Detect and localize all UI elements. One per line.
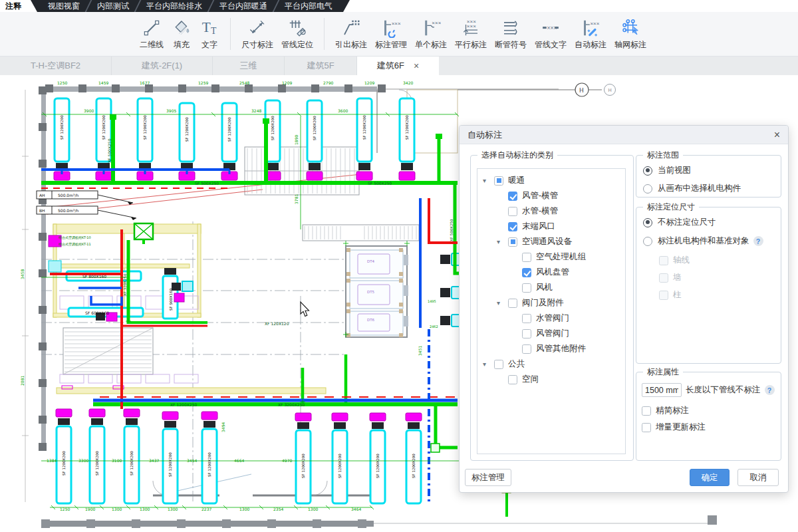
pipe-text-button[interactable]: ×××管线文字: [535, 18, 567, 51]
checkbox[interactable]: [659, 291, 668, 300]
check-simplified[interactable]: 精简标注: [642, 405, 781, 416]
svg-text:AH: AH: [39, 193, 45, 198]
chevron-down-icon[interactable]: ▾: [497, 238, 508, 245]
radio-icon[interactable]: [643, 218, 652, 227]
doc-tab-5[interactable]: 建筑6F×: [357, 57, 439, 75]
tree-item-10[interactable]: 风管阀门: [477, 326, 625, 341]
svg-text:SF 1200X200: SF 1200X200: [405, 115, 409, 140]
radio-no-locate-dim[interactable]: 不标注定位尺寸: [643, 217, 781, 228]
parallel-annotation-button[interactable]: ××××××平行标注: [455, 18, 487, 51]
checkbox[interactable]: [494, 176, 503, 186]
length-threshold-input[interactable]: [642, 383, 682, 397]
svg-text:BH: BH: [39, 208, 45, 213]
check-incremental[interactable]: 增量更新标注: [642, 422, 781, 433]
tree-item-6[interactable]: 风机盘管: [477, 265, 625, 280]
checkbox[interactable]: [642, 406, 651, 416]
checkbox[interactable]: [659, 273, 668, 283]
check-column[interactable]: 柱: [659, 289, 781, 301]
grid-annotation-button[interactable]: 轴网标注: [614, 18, 646, 51]
doc-tab-1[interactable]: T-H-空调BF2: [0, 57, 112, 75]
toolbar-separator: [324, 18, 325, 50]
tree-item-12[interactable]: ▾公共: [477, 356, 625, 372]
help-icon[interactable]: ?: [765, 385, 775, 395]
checkbox[interactable]: [508, 222, 517, 231]
text-button[interactable]: TT文字: [200, 18, 219, 51]
tree-item-9[interactable]: 水管阀门: [477, 311, 625, 326]
checkbox[interactable]: [642, 423, 651, 432]
close-icon[interactable]: ×: [414, 61, 419, 71]
tree-item-2[interactable]: 水管-横管: [477, 203, 625, 219]
radio-icon[interactable]: [643, 184, 652, 194]
checkbox[interactable]: [508, 375, 517, 384]
checkbox[interactable]: [522, 344, 531, 354]
checkbox[interactable]: [522, 314, 531, 323]
checkbox[interactable]: [659, 256, 668, 265]
single-annotation-button[interactable]: ×××单个标注: [415, 18, 447, 51]
pipe-locate-button[interactable]: 管线定位: [281, 18, 313, 51]
ribbon-tab-active[interactable]: 注释: [5, 0, 21, 12]
tree-item-11[interactable]: 风管其他附件: [477, 341, 625, 356]
annotation-manage-button[interactable]: 标注管理: [465, 469, 511, 486]
auto-annotation-button[interactable]: ×××自动标注: [575, 18, 606, 51]
svg-text:1259: 1259: [198, 80, 208, 85]
ribbon-tab-3[interactable]: 平台内部给排水: [138, 0, 210, 12]
checkbox[interactable]: [522, 268, 531, 277]
radio-select-from-canvas[interactable]: 从画布中选择机电构件: [643, 183, 781, 194]
ribbon-tab-2[interactable]: 内部测试: [89, 0, 137, 12]
line-button[interactable]: 二维线: [140, 18, 164, 51]
annotation-manage-button[interactable]: ×××标注管理: [375, 18, 407, 51]
check-axis[interactable]: 轴线: [659, 255, 781, 266]
checkbox[interactable]: [508, 237, 517, 247]
dialog-header[interactable]: 自动标注 ×: [460, 126, 788, 144]
ribbon-tab-bar: 注释 视图视窗内部测试平台内部给排水平台内部暖通平台内部电气: [0, 0, 798, 12]
ok-button[interactable]: 确定: [690, 469, 730, 486]
checkbox[interactable]: [522, 329, 531, 338]
svg-text:组合式空调机组KT-11: 组合式空调机组KT-11: [59, 242, 91, 247]
category-legend: 选择自动标注的类别: [477, 150, 557, 161]
doc-tab-4[interactable]: 建筑5F: [285, 57, 357, 75]
radio-icon[interactable]: [643, 237, 652, 246]
dimension-button[interactable]: 尺寸标注: [241, 18, 273, 51]
svg-text:1495: 1495: [428, 299, 436, 303]
tree-item-8[interactable]: ▾阀门及附件: [477, 295, 625, 311]
chevron-down-icon[interactable]: ▾: [483, 177, 494, 184]
check-wall[interactable]: 墙: [659, 272, 781, 283]
close-icon[interactable]: ×: [774, 130, 780, 140]
tree-item-1[interactable]: 风管-横管: [477, 188, 625, 203]
tree-item-3[interactable]: 末端风口: [477, 219, 625, 234]
checkbox[interactable]: [508, 192, 517, 201]
doc-tab-3[interactable]: 三维: [213, 57, 285, 75]
svg-text:1300: 1300: [239, 507, 249, 511]
ribbon-tab-1[interactable]: 视图视窗: [40, 0, 88, 12]
chevron-down-icon[interactable]: ▾: [483, 360, 494, 368]
pipe-break-button[interactable]: 断管符号: [495, 18, 527, 51]
leader-button[interactable]: 引出标注: [335, 18, 367, 51]
radio-current-view[interactable]: 当前视图: [643, 165, 781, 176]
radio-icon[interactable]: [643, 166, 652, 176]
tree-item-7[interactable]: 风机: [477, 280, 625, 295]
ribbon-tab-4[interactable]: 平台内部暖通: [211, 0, 275, 12]
category-tree[interactable]: ▾暖通风管-横管水管-横管末端风口▾空调通风设备空气处理机组风机盘管风机▾阀门及…: [477, 168, 626, 454]
tree-item-5[interactable]: 空气处理机组: [477, 249, 625, 265]
svg-text:DT6: DT6: [367, 318, 375, 322]
auto-annotation-dialog: 自动标注 × 选择自动标注的类别 ▾暖通风管-横管水管-横管末端风口▾空调通风设…: [459, 125, 789, 493]
checkbox[interactable]: [508, 299, 517, 308]
svg-text:XF 1200X250: XF 1200X250: [170, 402, 197, 407]
checkbox[interactable]: [522, 283, 531, 293]
tree-item-4[interactable]: ▾空调通风设备: [477, 234, 625, 249]
checkbox[interactable]: [508, 207, 517, 216]
fill-button[interactable]: 填充: [172, 18, 192, 51]
svg-text:SF 1200X200: SF 1200X200: [227, 117, 231, 142]
help-icon[interactable]: ?: [753, 236, 763, 246]
tree-item-0[interactable]: ▾暖通: [477, 173, 625, 188]
checkbox[interactable]: [522, 253, 531, 262]
doc-tab-2[interactable]: 建筑-2F(1): [112, 57, 213, 75]
radio-annotate-datum[interactable]: 标注机电构件和基准对象 ?: [643, 235, 781, 247]
checkbox[interactable]: [494, 360, 503, 369]
leader-icon: [341, 18, 361, 38]
cancel-button[interactable]: 取消: [737, 469, 779, 486]
ribbon-tab-5[interactable]: 平台内部电气: [277, 0, 340, 12]
chevron-down-icon[interactable]: ▾: [497, 299, 508, 307]
tree-item-13[interactable]: 空间: [477, 372, 625, 387]
svg-text:SF 1200X200: SF 1200X200: [271, 116, 275, 140]
